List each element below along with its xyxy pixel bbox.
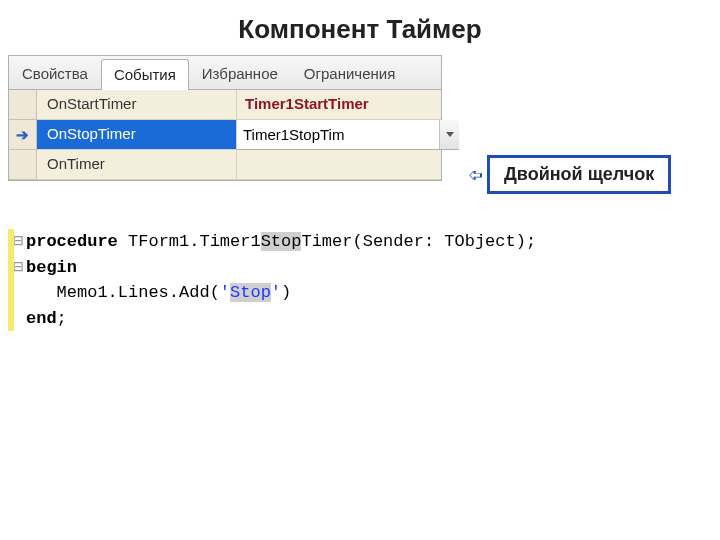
event-row-onstoptimer[interactable]: ➔ OnStopTimer bbox=[9, 120, 441, 150]
event-value[interactable] bbox=[237, 150, 441, 180]
modified-gutter-bar bbox=[8, 229, 14, 331]
event-handler-combo bbox=[237, 120, 459, 149]
tab-favorites[interactable]: Избранное bbox=[189, 58, 291, 89]
code-line-3: Memo1.Lines.Add('Stop') bbox=[8, 280, 712, 306]
code-line-1: ⊟ procedure TForm1.Timer1StopTimer(Sende… bbox=[8, 229, 712, 255]
events-table: OnStartTimer Timer1StartTimer ➔ OnStopTi… bbox=[9, 90, 441, 180]
page-title: Компонент Таймер bbox=[0, 0, 720, 55]
row-indicator bbox=[9, 90, 37, 120]
object-inspector: Свойства События Избранное Ограничения O… bbox=[8, 55, 442, 181]
event-row-ontimer[interactable]: OnTimer bbox=[9, 150, 441, 180]
row-indicator bbox=[9, 150, 37, 180]
tab-restrictions[interactable]: Ограничения bbox=[291, 58, 408, 89]
event-name: OnStopTimer bbox=[37, 120, 237, 150]
chevron-down-icon bbox=[446, 132, 454, 137]
tab-events[interactable]: События bbox=[101, 59, 189, 90]
callout-label: Двойной щелчок bbox=[487, 155, 671, 194]
event-value-cell bbox=[237, 120, 459, 150]
tab-properties[interactable]: Свойства bbox=[9, 58, 101, 89]
code-line-4: end; bbox=[8, 306, 712, 332]
event-handler-input[interactable] bbox=[237, 120, 439, 149]
tabs-bar: Свойства События Избранное Ограничения bbox=[9, 56, 441, 90]
event-name: OnTimer bbox=[37, 150, 237, 180]
event-row-onstarttimer[interactable]: OnStartTimer Timer1StartTimer bbox=[9, 90, 441, 120]
code-editor[interactable]: ⊟ procedure TForm1.Timer1StopTimer(Sende… bbox=[8, 229, 712, 331]
annotation-callout: ➪ Двойной щелчок bbox=[468, 155, 671, 194]
arrow-left-icon: ➪ bbox=[468, 164, 483, 186]
event-name: OnStartTimer bbox=[37, 90, 237, 120]
event-value[interactable]: Timer1StartTimer bbox=[237, 90, 441, 120]
combo-dropdown-button[interactable] bbox=[439, 120, 459, 149]
code-line-2: ⊟ begin bbox=[8, 255, 712, 281]
row-indicator-arrow: ➔ bbox=[9, 120, 37, 150]
